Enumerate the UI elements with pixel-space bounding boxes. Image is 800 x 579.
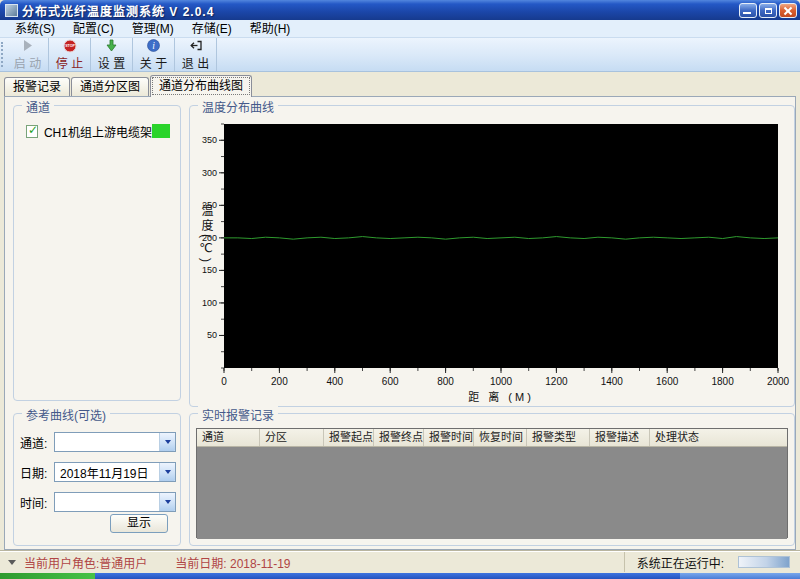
svg-text:0: 0 [221, 376, 227, 387]
exit-icon [188, 39, 203, 53]
close-button[interactable] [779, 3, 797, 18]
svg-text:2000: 2000 [767, 376, 790, 387]
channel-checkbox[interactable] [26, 125, 38, 138]
svg-text:距 离 (M): 距 离 (M) [468, 390, 534, 403]
reference-channel-select[interactable] [54, 432, 176, 452]
svg-text:200: 200 [271, 376, 288, 387]
reference-time-row: 时间: [20, 492, 176, 512]
running-progress-bar [738, 556, 790, 568]
column-recovery-time[interactable]: 恢复时间 [474, 429, 527, 446]
column-handle-status[interactable]: 处理状态 [650, 429, 787, 446]
menu-storage[interactable]: 存储(E) [183, 20, 241, 38]
svg-text:STOP: STOP [65, 44, 75, 48]
time-dropdown-button[interactable] [159, 493, 175, 511]
tab-strip: 报警记录 通道分区图 通道分布曲线图 [4, 74, 796, 96]
svg-text:1400: 1400 [601, 376, 624, 387]
minimize-button[interactable] [739, 3, 757, 18]
svg-text:600: 600 [382, 376, 399, 387]
reference-curve-group: 参考曲线(可选) 通道: 日期: 2018年11月19日 时间: [13, 413, 181, 546]
temperature-chart: 5010015020025030035002004006008001000120… [192, 116, 792, 404]
temperature-curve-group: 温度分布曲线 501001502002503003500200400600800… [189, 105, 795, 407]
status-running-label: 系统正在运行中: [637, 554, 724, 571]
green-down-arrow-icon [105, 39, 118, 53]
realtime-alarm-group: 实时报警记录 通道 分区 报警起点 报警终点 报警时间 恢复时间 报警类型 报警… [189, 413, 795, 546]
chevron-down-icon [165, 470, 171, 474]
restore-button[interactable] [759, 3, 777, 18]
menu-config[interactable]: 配置(C) [64, 20, 123, 38]
toolbar: 启 动 STOP 停 止 设 置 i 关 于 退 出 [0, 38, 800, 72]
column-alarm-type[interactable]: 报警类型 [527, 429, 590, 446]
chart-y-axis-label: 温度(℃) [198, 204, 215, 265]
reference-time-label: 时间: [20, 494, 54, 511]
column-alarm-time[interactable]: 报警时间 [424, 429, 474, 446]
chevron-down-icon [165, 500, 171, 504]
about-button[interactable]: i 关 于 [133, 38, 175, 71]
svg-text:400: 400 [326, 376, 343, 387]
play-icon [21, 39, 34, 53]
toolbar-grip[interactable] [1, 42, 6, 67]
title-bar[interactable]: 分布式光纤温度监测系统 V 2.0.4 [0, 0, 800, 20]
start-button-strip [0, 573, 95, 579]
tab-alarm-records[interactable]: 报警记录 [4, 77, 70, 96]
restore-icon [765, 8, 772, 14]
channel-label: CH1机组上游电缆架 [44, 123, 152, 140]
menu-system[interactable]: 系统(S) [6, 20, 64, 38]
window-title: 分布式光纤温度监测系统 V 2.0.4 [22, 2, 739, 19]
channel-group: 通道 CH1机组上游电缆架 [13, 105, 181, 401]
svg-text:800: 800 [437, 376, 454, 387]
channel-list-item[interactable]: CH1机组上游电缆架 [26, 122, 170, 140]
reference-channel-label: 通道: [20, 434, 54, 451]
column-alarm-description[interactable]: 报警描述 [590, 429, 650, 446]
column-alarm-start[interactable]: 报警起点 [324, 429, 374, 446]
info-icon: i [147, 39, 160, 53]
start-button: 启 动 [7, 38, 49, 71]
stop-button[interactable]: STOP 停 止 [49, 38, 91, 71]
reference-channel-row: 通道: [20, 432, 176, 452]
svg-text:50: 50 [207, 330, 217, 340]
settings-button[interactable]: 设 置 [91, 38, 133, 71]
tab-channel-curve[interactable]: 通道分布曲线图 [150, 75, 252, 97]
status-arrow-icon [8, 560, 16, 565]
chevron-down-icon [165, 440, 171, 444]
reference-time-select[interactable] [54, 492, 176, 512]
menu-manage[interactable]: 管理(M) [123, 20, 183, 38]
svg-text:i: i [152, 41, 155, 51]
menu-help[interactable]: 帮助(H) [241, 20, 300, 38]
minimize-icon [743, 12, 751, 14]
column-channel[interactable]: 通道 [197, 429, 260, 446]
status-current-date: 当前日期: 2018-11-19 [175, 554, 290, 571]
svg-text:1200: 1200 [545, 376, 568, 387]
chart-group-title: 温度分布曲线 [198, 98, 278, 115]
show-button[interactable]: 显示 [110, 514, 168, 533]
exit-button[interactable]: 退 出 [175, 38, 217, 71]
stop-icon: STOP [63, 39, 77, 53]
system-tray-strip [680, 573, 800, 579]
alarm-group-title: 实时报警记录 [198, 406, 278, 423]
app-icon [5, 4, 18, 17]
svg-text:1800: 1800 [711, 376, 734, 387]
svg-text:150: 150 [202, 265, 217, 275]
date-dropdown-button[interactable] [159, 463, 175, 481]
svg-text:1600: 1600 [656, 376, 679, 387]
svg-text:300: 300 [202, 168, 217, 178]
alarm-table: 通道 分区 报警起点 报警终点 报警时间 恢复时间 报警类型 报警描述 处理状态 [196, 428, 788, 538]
main-panel: 通道 CH1机组上游电缆架 温度分布曲线 5010015020025030035… [4, 96, 796, 550]
desktop-taskbar-strip [0, 573, 800, 579]
svg-text:350: 350 [202, 135, 217, 145]
status-bar: 当前用户角色:普通用户 当前日期: 2018-11-19 系统正在运行中: [0, 551, 800, 572]
channel-color-swatch [152, 124, 170, 138]
reference-group-title: 参考曲线(可选) [22, 406, 110, 423]
menu-bar: 系统(S) 配置(C) 管理(M) 存储(E) 帮助(H) [0, 20, 800, 38]
reference-date-select[interactable]: 2018年11月19日 [54, 462, 176, 482]
app-window: 分布式光纤温度监测系统 V 2.0.4 系统(S) 配置(C) 管理(M) 存储… [0, 0, 800, 579]
status-right-panel: 系统正在运行中: [624, 552, 800, 572]
tab-channel-zone-map[interactable]: 通道分区图 [71, 77, 149, 96]
alarm-table-header: 通道 分区 报警起点 报警终点 报警时间 恢复时间 报警类型 报警描述 处理状态 [197, 429, 787, 447]
status-user-role: 当前用户角色:普通用户 [24, 554, 147, 571]
svg-text:100: 100 [202, 298, 217, 308]
column-zone[interactable]: 分区 [260, 429, 324, 446]
column-alarm-end[interactable]: 报警终点 [374, 429, 424, 446]
reference-date-label: 日期: [20, 464, 54, 481]
taskbar-mid-strip [95, 573, 680, 579]
channel-dropdown-button[interactable] [159, 433, 175, 451]
